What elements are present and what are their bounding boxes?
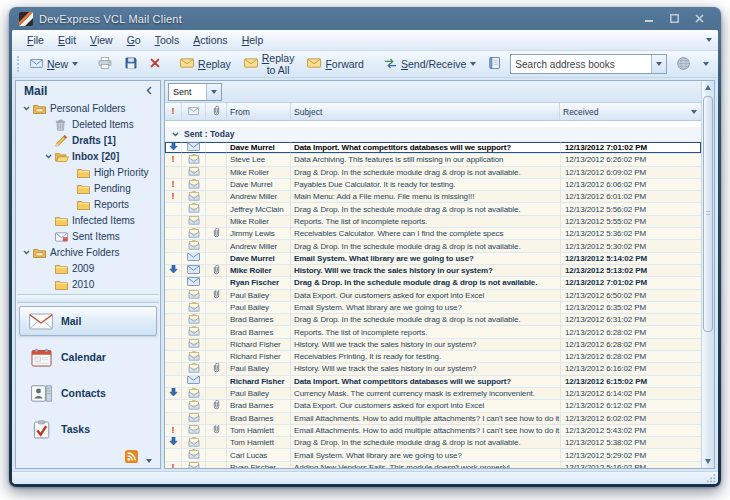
search-input[interactable]: [511, 59, 651, 70]
menu-actions[interactable]: Actions: [186, 32, 234, 48]
mail-row[interactable]: ! Andrew Miller Main Menu: Add a File me…: [165, 191, 701, 203]
mail-row[interactable]: ! Dave Murrel Payables Due Calculator. I…: [165, 179, 701, 191]
mail-row[interactable]: Jeffrey McClain Drag & Drop. In the sche…: [165, 203, 701, 215]
tree-item-infected-items[interactable]: Infected Items: [16, 213, 160, 229]
new-button[interactable]: New: [24, 55, 84, 73]
mail-row[interactable]: Richard Fisher Data Import. What competi…: [165, 376, 701, 388]
maximize-button[interactable]: [666, 12, 683, 25]
send-receive-button[interactable]: Send/Receive: [378, 55, 482, 74]
replay-button[interactable]: Replay: [174, 55, 237, 73]
rss-icon[interactable]: [125, 450, 138, 463]
replay-to-all-button[interactable]: Replay to All: [238, 49, 301, 79]
search-dropdown-button[interactable]: [651, 55, 666, 73]
mail-row[interactable]: Andrew Miller Drag & Drop. In the schedu…: [165, 240, 701, 252]
mail-row[interactable]: Ryan Fischer Drag & Drop. In the schedul…: [165, 277, 701, 289]
tree-item-high-priority[interactable]: High Priority: [16, 165, 160, 181]
envelope-open-icon: [188, 290, 200, 301]
mail-row[interactable]: Carl Lucas Email System. What library ar…: [165, 449, 701, 461]
mail-row[interactable]: Brad Barnes Data Export. Our customers a…: [165, 400, 701, 412]
mail-row[interactable]: Paul Bailey Email System. What library a…: [165, 302, 701, 314]
mail-row[interactable]: Brad Barnes Drag & Drop. In the schedule…: [165, 314, 701, 326]
resize-grip[interactable]: [706, 473, 718, 483]
nav-item-mail[interactable]: Mail: [19, 306, 157, 336]
tree-item-2009[interactable]: 2009: [16, 261, 160, 277]
print-button[interactable]: [92, 54, 118, 74]
mail-row[interactable]: ! Ryan Fischer Adding New Vendors Fails.…: [165, 462, 701, 468]
menu-edit[interactable]: Edit: [51, 32, 83, 48]
group-row-sent-today[interactable]: Sent : Today: [165, 127, 701, 142]
mail-row[interactable]: ! Tom Hamlett Email Attachments. How to …: [165, 425, 701, 437]
mail-row[interactable]: Mike Roller Drag & Drop. In the schedule…: [165, 167, 701, 179]
expander-icon[interactable]: [42, 154, 55, 159]
importance-column-header[interactable]: !: [165, 103, 182, 120]
high-priority-icon: !: [172, 180, 175, 189]
nav-item-contacts[interactable]: Contacts: [19, 378, 157, 408]
mail-row[interactable]: Tom Hamlett Drag & Drop. In the schedule…: [165, 437, 701, 449]
subject-column-header[interactable]: Subject: [291, 103, 560, 120]
paperclip-icon: [212, 105, 221, 118]
tree-item-personal-folders[interactable]: Personal Folders: [16, 101, 160, 117]
tree-item-2010[interactable]: 2010: [16, 277, 160, 293]
expander-icon[interactable]: [20, 106, 33, 111]
tree-item-archive-folders[interactable]: Archive Folders: [16, 245, 160, 261]
mail-row[interactable]: Mike Roller Reports. The list of incompl…: [165, 216, 701, 228]
mail-row[interactable]: Paul Bailey History. Will we track the s…: [165, 363, 701, 375]
save-button[interactable]: [119, 54, 143, 74]
desktop: DevExpress VCL Mail Client FileEditViewG…: [0, 0, 730, 500]
expander-icon[interactable]: [20, 250, 33, 255]
title-bar[interactable]: DevExpress VCL Mail Client: [12, 7, 718, 30]
tree-item-drafts-1[interactable]: Drafts [1]: [16, 133, 160, 149]
mail-row[interactable]: Jimmy Lewis Receivables Calculator. Wher…: [165, 228, 701, 240]
mail-row[interactable]: Brad Barnes Reports. The list of incompl…: [165, 326, 701, 338]
mail-row[interactable]: Richard Fisher History. Will we track th…: [165, 339, 701, 351]
toolbar-options-button[interactable]: [697, 59, 715, 69]
mail-row[interactable]: Dave Murrel Email System. What library a…: [165, 253, 701, 265]
message-icon-column-header[interactable]: [182, 103, 206, 120]
tree-item-reports[interactable]: Reports: [16, 197, 160, 213]
received-filter-chevron[interactable]: [691, 110, 697, 114]
mail-row[interactable]: Richard Fisher Receivables Printing. It …: [165, 351, 701, 363]
from-column-header[interactable]: From: [227, 103, 291, 120]
menu-go[interactable]: Go: [120, 32, 148, 48]
nav-item-tasks[interactable]: Tasks: [19, 414, 157, 444]
folder-filter-dropdown[interactable]: [206, 84, 221, 100]
tree-item-sent-items[interactable]: Sent Items: [16, 229, 160, 245]
address-book-button[interactable]: [483, 54, 506, 74]
attachment-column-header[interactable]: [206, 103, 227, 120]
vertical-scrollbar[interactable]: [701, 81, 714, 468]
menu-view[interactable]: View: [83, 32, 120, 48]
scroll-up-button[interactable]: [702, 81, 714, 94]
group-label: Sent : Today: [184, 129, 234, 139]
high-priority-icon: !: [172, 426, 175, 435]
mail-row[interactable]: ! Steve Lee Data Archiving. This feature…: [165, 154, 701, 166]
collapse-sidebar-button[interactable]: [144, 84, 154, 97]
close-button[interactable]: [691, 12, 708, 25]
tree-item-pending[interactable]: Pending: [16, 181, 160, 197]
menu-overflow-chevron[interactable]: [706, 38, 712, 42]
menu-tools[interactable]: Tools: [148, 32, 187, 48]
tree-item-inbox-20[interactable]: Inbox [20]: [16, 149, 160, 165]
mail-row-selected[interactable]: Dave Murrel Data Import. What competitor…: [165, 142, 701, 154]
folder-filter-combo[interactable]: Sent: [168, 83, 222, 101]
scrollbar-track[interactable]: [702, 94, 714, 455]
mail-row[interactable]: Paul Bailey Currency Mask. The current c…: [165, 388, 701, 400]
nav-options-chevron[interactable]: [146, 459, 152, 463]
sidebar-splitter[interactable]: [17, 294, 159, 303]
received-column-header[interactable]: Received: [560, 103, 701, 120]
envelope-closed-icon: [187, 253, 200, 264]
menu-help[interactable]: Help: [235, 32, 271, 48]
mail-row[interactable]: Mike Roller History. Will we track the s…: [165, 265, 701, 277]
toolbar-grip[interactable]: [17, 56, 19, 72]
nav-item-calendar[interactable]: Calendar: [19, 342, 157, 372]
menu-file[interactable]: File: [20, 32, 51, 48]
delete-button[interactable]: [144, 55, 166, 73]
scroll-down-button[interactable]: [702, 455, 714, 468]
forward-button[interactable]: Forward: [301, 55, 370, 73]
help-button[interactable]: [671, 54, 696, 75]
tree-item-deleted-items[interactable]: Deleted Items: [16, 117, 160, 133]
toolbar: New Replay Replay to All Forward: [12, 51, 718, 78]
minimize-button[interactable]: [641, 12, 658, 25]
mail-row[interactable]: Paul Bailey Data Export. Our customers a…: [165, 290, 701, 302]
scrollbar-thumb[interactable]: [703, 96, 713, 332]
mail-row[interactable]: Brad Barnes Email Attachments. How to ad…: [165, 413, 701, 425]
